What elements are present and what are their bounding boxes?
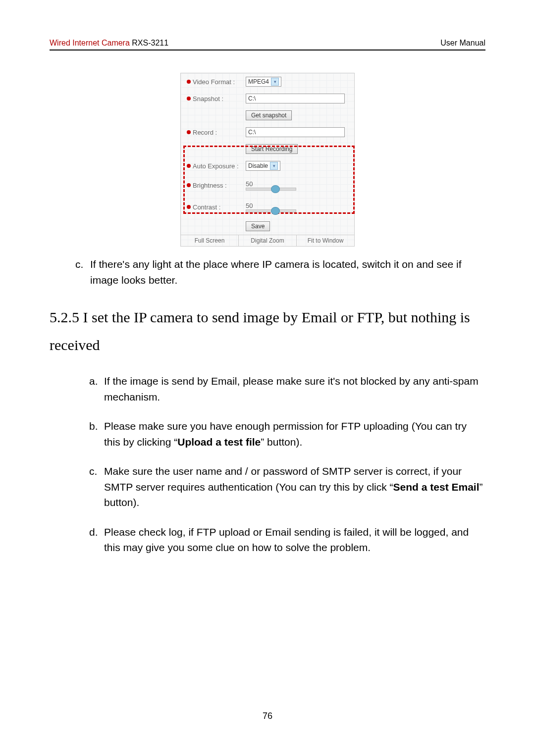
chevron-down-icon: ▾	[271, 78, 279, 86]
label-contrast: Contrast :	[193, 203, 220, 211]
digital-zoom-button[interactable]: Digital Zoom	[239, 235, 297, 246]
list-content: If the image is send by Email, please ma…	[104, 373, 485, 404]
brightness-slider[interactable]	[246, 188, 296, 191]
section-list: a. If the image is send by Email, please…	[50, 373, 485, 555]
brightness-value: 50	[246, 180, 296, 188]
video-format-select[interactable]: MPEG4 ▾	[246, 77, 281, 87]
product-line: Wired Internet Camera	[50, 39, 132, 47]
row-snapshot-btn: Get snapshot	[181, 107, 354, 124]
text-post: ” button).	[261, 436, 302, 448]
label-auto-exposure: Auto Exposure :	[193, 162, 239, 170]
list-item: a. If the image is send by Email, please…	[89, 373, 485, 404]
row-record: Record : C:\	[181, 124, 354, 141]
row-snapshot: Snapshot : C:\	[181, 90, 354, 107]
page-header: Wired Internet Camera RXS-3211 User Manu…	[50, 39, 485, 50]
row-save: Save	[181, 218, 354, 235]
contrast-value: 50	[246, 202, 296, 209]
list-marker: c.	[75, 256, 90, 288]
list-item: c. If there's any light at the place whe…	[75, 256, 485, 288]
list-content: Make sure the user name and / or passwor…	[104, 463, 485, 510]
list-item: c. Make sure the user name and / or pass…	[89, 463, 485, 510]
row-record-btn: Start Recording	[181, 141, 354, 157]
start-recording-button[interactable]: Start Recording	[246, 144, 298, 154]
bullet-icon	[187, 164, 191, 168]
bullet-icon	[187, 205, 191, 209]
page-number: 76	[0, 711, 535, 721]
label-video-format: Video Format :	[193, 78, 235, 86]
get-snapshot-button[interactable]: Get snapshot	[246, 110, 292, 120]
header-left: Wired Internet Camera RXS-3211	[50, 39, 168, 48]
list-item: d. Please check log, if FTP upload or Em…	[89, 524, 485, 555]
section-heading: 5.2.5 I set the IP camera to send image …	[50, 303, 485, 358]
bullet-icon	[187, 97, 191, 101]
model-number: RXS-3211	[132, 39, 168, 47]
slider-thumb[interactable]	[271, 207, 280, 215]
chevron-down-icon: ▾	[270, 162, 278, 170]
label-record: Record :	[193, 129, 217, 136]
row-contrast: Contrast : 50	[181, 196, 354, 218]
bottom-button-bar: Full Screen Digital Zoom Fit to Window	[181, 235, 354, 246]
row-auto-exposure: Auto Exposure : Disable ▾	[181, 157, 354, 174]
list-content: If there's any light at the place where …	[90, 256, 485, 288]
record-path-input[interactable]: C:\	[246, 127, 345, 137]
auto-exposure-select[interactable]: Disable ▾	[246, 161, 280, 171]
list-marker: c.	[89, 463, 104, 510]
page: Wired Internet Camera RXS-3211 User Manu…	[0, 0, 535, 756]
bullet-icon	[187, 80, 191, 84]
list-item: b. Please make sure you have enough perm…	[89, 418, 485, 450]
row-video-format: Video Format : MPEG4 ▾	[181, 73, 354, 90]
fit-to-window-button[interactable]: Fit to Window	[297, 235, 354, 246]
auto-exposure-value: Disable	[248, 162, 268, 169]
bullet-icon	[187, 130, 191, 134]
header-right: User Manual	[440, 39, 485, 48]
list-marker: d.	[89, 524, 104, 555]
full-screen-button[interactable]: Full Screen	[181, 235, 239, 246]
camera-settings-panel: Video Format : MPEG4 ▾ Snapshot : C:\ Ge	[180, 73, 355, 247]
list-content: Please check log, if FTP upload or Email…	[104, 524, 485, 555]
video-format-value: MPEG4	[248, 78, 269, 85]
row-brightness: Brightness : 50	[181, 174, 354, 196]
snapshot-path-input[interactable]: C:\	[246, 94, 345, 103]
label-snapshot: Snapshot :	[193, 95, 223, 102]
list-content: Please make sure you have enough permiss…	[104, 418, 485, 450]
intro-list: c. If there's any light at the place whe…	[50, 256, 485, 288]
bold-text: Send a test Email	[393, 481, 480, 493]
list-marker: a.	[89, 373, 104, 404]
label-brightness: Brightness :	[193, 182, 227, 189]
bold-text: Upload a test file	[177, 436, 261, 448]
slider-thumb[interactable]	[271, 185, 280, 193]
contrast-slider[interactable]	[246, 209, 296, 212]
list-marker: b.	[89, 418, 104, 450]
bullet-icon	[187, 183, 191, 187]
save-button[interactable]: Save	[246, 221, 270, 231]
